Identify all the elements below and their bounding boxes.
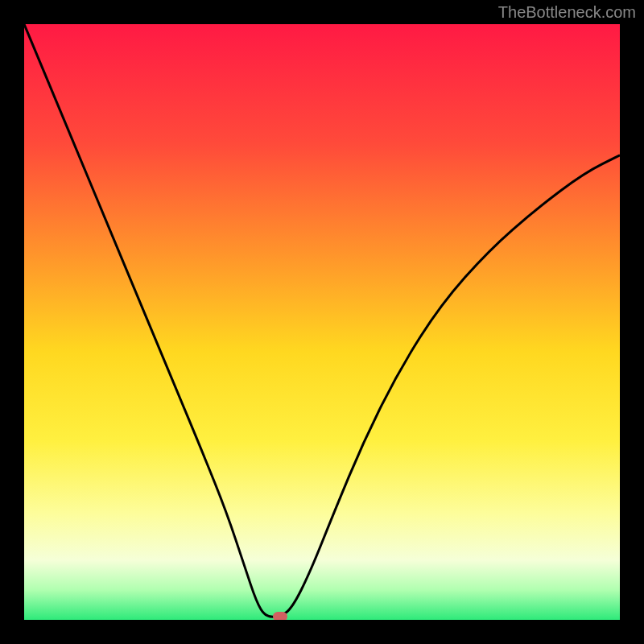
watermark-text: TheBottleneck.com [498, 3, 636, 22]
plot-area [24, 24, 620, 620]
curve-layer [24, 24, 620, 620]
bottleneck-curve-path [24, 24, 620, 617]
optimal-marker [273, 612, 287, 620]
chart-container: TheBottleneck.com [0, 0, 644, 644]
